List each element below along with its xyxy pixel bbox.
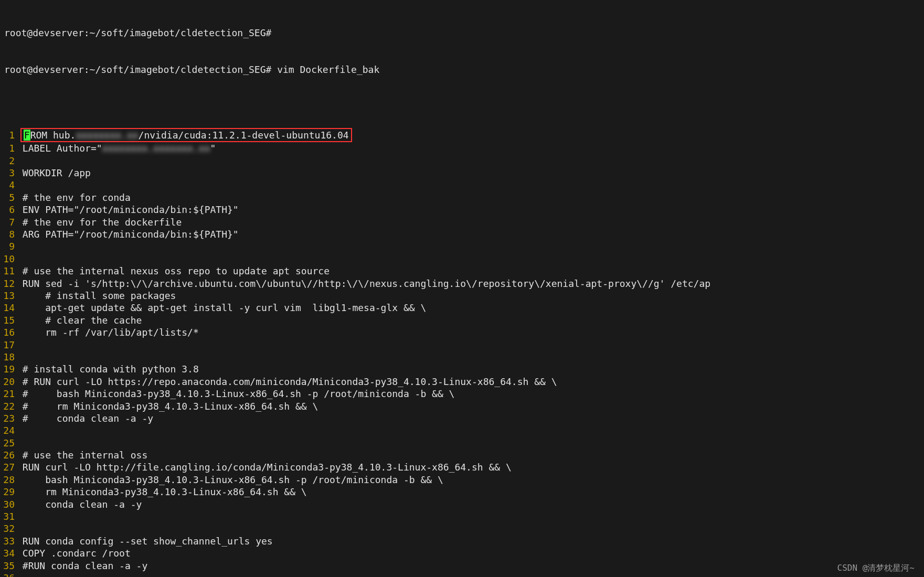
line-content: RUN conda config --set show_channel_urls… — [23, 535, 924, 547]
line-number: 25 — [0, 437, 17, 449]
line-number: 18 — [0, 351, 17, 363]
line-number: 14 — [0, 302, 17, 314]
code-line: 9 — [0, 240, 924, 252]
line-number: 21 — [0, 388, 17, 400]
watermark-text: CSDN @清梦枕星河~ — [837, 563, 915, 574]
code-line: 34 COPY .condarc /root — [0, 547, 924, 559]
line-number: 13 — [0, 290, 17, 302]
code-line: 2 — [0, 155, 924, 167]
line-number: 17 — [0, 339, 17, 351]
line-number: 31 — [0, 510, 17, 522]
code-line: 1 LABEL Author="xxxxxxxx.xxxxxxx.xx" — [0, 142, 924, 154]
line-content: apt-get update && apt-get install -y cur… — [23, 302, 924, 314]
code-line: 20 # RUN curl -LO https://repo.anaconda.… — [0, 376, 924, 388]
line-content: # install some packages — [23, 290, 924, 302]
code-line: 28 bash Miniconda3-py38_4.10.3-Linux-x86… — [0, 474, 924, 486]
code-line: 17 — [0, 339, 924, 351]
code-line: 11 # use the internal nexus oss repo to … — [0, 265, 924, 277]
line-number: 8 — [0, 228, 17, 240]
line-content: ENV PATH="/root/miniconda/bin:${PATH}" — [23, 204, 924, 216]
code-line: 29 rm Miniconda3-py38_4.10.3-Linux-x86_6… — [0, 486, 924, 498]
line-number: 7 — [0, 216, 17, 228]
code-line: 13 # install some packages — [0, 290, 924, 302]
line-content: FROM hub.xxxxxxxx.xx/nvidia/cuda:11.2.1-… — [23, 128, 924, 142]
code-line: 25 — [0, 437, 924, 449]
code-line: 24 — [0, 424, 924, 436]
line-number: 15 — [0, 314, 17, 326]
line-number: 28 — [0, 474, 17, 486]
line-number: 11 — [0, 265, 17, 277]
code-line: 26 # use the internal oss — [0, 449, 924, 461]
line-number: 2 — [0, 155, 17, 167]
code-line: 10 — [0, 253, 924, 265]
line-content: # install conda with python 3.8 — [23, 363, 924, 375]
line-content: # clear the cache — [23, 314, 924, 326]
code-line: 1 FROM hub.xxxxxxxx.xx/nvidia/cuda:11.2.… — [0, 128, 924, 142]
terminal[interactable]: root@devserver:~/soft/imagebot/cldetecti… — [0, 2, 924, 577]
code-line: 23 # conda clean -a -y — [0, 412, 924, 424]
code-line: 8 ARG PATH="/root/miniconda/bin:${PATH}" — [0, 228, 924, 240]
code-line: 7 # the env for the dockerfile — [0, 216, 924, 228]
code-line: 21 # bash Miniconda3-py38_4.10.3-Linux-x… — [0, 388, 924, 400]
line-number: 6 — [0, 204, 17, 216]
line-content: WORKDIR /app — [23, 167, 924, 179]
line-content: # rm Miniconda3-py38_4.10.3-Linux-x86_64… — [23, 400, 924, 412]
shell-prompt-2: root@devserver:~/soft/imagebot/cldetecti… — [0, 63, 924, 76]
line-number: 23 — [0, 412, 17, 424]
line-content: bash Miniconda3-py38_4.10.3-Linux-x86_64… — [23, 474, 924, 486]
line-number: 10 — [0, 253, 17, 265]
line-content: # use the internal oss — [23, 449, 924, 461]
line-number: 34 — [0, 547, 17, 559]
code-line: 4 — [0, 179, 924, 191]
line-content: # bash Miniconda3-py38_4.10.3-Linux-x86_… — [23, 388, 924, 400]
line-number: 24 — [0, 424, 17, 436]
line-number: 12 — [0, 277, 17, 290]
code-line: 33 RUN conda config --set show_channel_u… — [0, 535, 924, 547]
line-content: conda clean -a -y — [23, 498, 924, 510]
code-line: 19 # install conda with python 3.8 — [0, 363, 924, 375]
line-number: 33 — [0, 535, 17, 547]
line-content: #RUN conda clean -a -y — [23, 560, 924, 572]
code-line: 35 #RUN conda clean -a -y — [0, 560, 924, 572]
line-number: 32 — [0, 522, 17, 535]
line-number: 3 — [0, 167, 17, 179]
redacted-text: xxxxxxxx.xxxxxxx.xx — [102, 142, 210, 154]
highlighted-from-line: FROM hub.xxxxxxxx.xx/nvidia/cuda:11.2.1-… — [20, 128, 352, 142]
code-line: 16 rm -rf /var/lib/apt/lists/* — [0, 326, 924, 338]
line-content: # the env for conda — [23, 191, 924, 204]
vim-editor-area[interactable]: 1 FROM hub.xxxxxxxx.xx/nvidia/cuda:11.2.… — [0, 128, 924, 577]
code-line: 5 # the env for conda — [0, 191, 924, 204]
line-content: # use the internal nexus oss repo to upd… — [23, 265, 924, 277]
line-number: 16 — [0, 326, 17, 338]
line-number: 5 — [0, 191, 17, 204]
code-line: 27 RUN curl -LO http://file.cangling.io/… — [0, 461, 924, 473]
code-line: 18 — [0, 351, 924, 363]
code-line: 22 # rm Miniconda3-py38_4.10.3-Linux-x86… — [0, 400, 924, 412]
line-number: 35 — [0, 560, 17, 572]
line-number: 27 — [0, 461, 17, 473]
code-line: 12 RUN sed -i 's/http:\/\/archive.ubuntu… — [0, 277, 924, 290]
line-content: RUN curl -LO http://file.cangling.io/con… — [23, 461, 924, 473]
line-content: # the env for the dockerfile — [23, 216, 924, 228]
line-content: # RUN curl -LO https://repo.anaconda.com… — [23, 376, 924, 388]
line-content: rm -rf /var/lib/apt/lists/* — [23, 326, 924, 338]
line-number: 20 — [0, 376, 17, 388]
line-content: rm Miniconda3-py38_4.10.3-Linux-x86_64.s… — [23, 486, 924, 498]
line-content: # conda clean -a -y — [23, 412, 924, 424]
code-line: 36 — [0, 572, 924, 577]
redacted-registry-host: xxxxxxxx.xx — [76, 129, 138, 141]
line-number: 9 — [0, 240, 17, 252]
vim-cursor: F — [24, 130, 30, 141]
line-content: COPY .condarc /root — [23, 547, 924, 559]
line-content: RUN sed -i 's/http:\/\/archive.ubuntu.co… — [23, 277, 924, 290]
line-number: 30 — [0, 498, 17, 510]
code-line: 31 — [0, 510, 924, 522]
line-number: 1 — [0, 129, 17, 141]
line-number: 19 — [0, 363, 17, 375]
line-content: LABEL Author="xxxxxxxx.xxxxxxx.xx" — [23, 142, 924, 154]
line-number: 29 — [0, 486, 17, 498]
line-number: 22 — [0, 400, 17, 412]
code-line: 3 WORKDIR /app — [0, 167, 924, 179]
code-line: 14 apt-get update && apt-get install -y … — [0, 302, 924, 314]
code-line: 32 — [0, 522, 924, 535]
